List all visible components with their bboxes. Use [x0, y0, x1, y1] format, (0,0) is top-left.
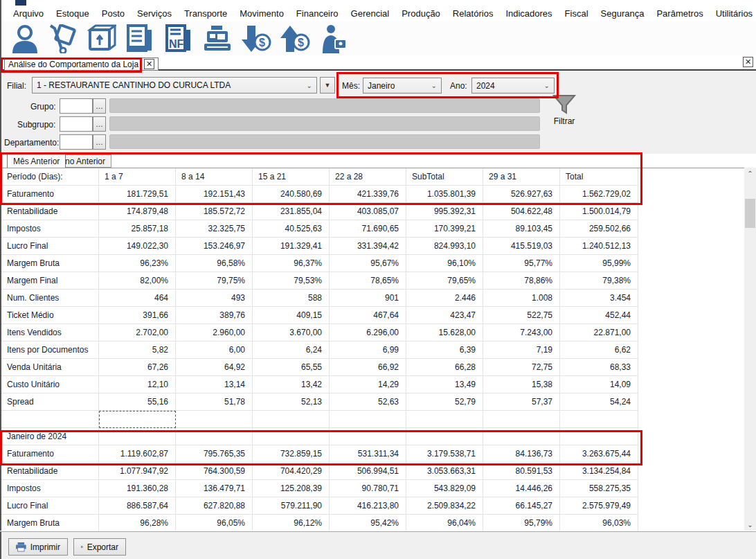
- grid-cell[interactable]: 421.339,76: [330, 186, 406, 203]
- menu-item-indicadores[interactable]: Indicadores: [499, 6, 558, 21]
- grid-cell[interactable]: 90.780,71: [330, 480, 406, 497]
- departamento-browse-button[interactable]: …: [93, 134, 106, 150]
- grid-cell[interactable]: 14,29: [330, 376, 406, 393]
- grid-cell[interactable]: 1.500.014,79: [560, 203, 638, 220]
- grid-cell[interactable]: [483, 411, 560, 428]
- grid-cell[interactable]: 240.580,69: [253, 186, 330, 203]
- grid-cell[interactable]: 96,04%: [406, 515, 483, 531]
- grid-cell[interactable]: 2.509.834,22: [406, 497, 483, 515]
- grid-cell[interactable]: 588: [253, 290, 330, 307]
- grid-cell[interactable]: 40.525,63: [253, 220, 330, 238]
- grid-cell[interactable]: 52,79: [406, 393, 483, 411]
- grid-cell[interactable]: 95,42%: [330, 515, 406, 531]
- grid-cell[interactable]: 704.420,29: [253, 463, 330, 480]
- vertical-scrollbar[interactable]: ⌃ ⌄: [744, 168, 756, 531]
- grid-cell[interactable]: 3.454: [560, 290, 638, 307]
- grid-cell[interactable]: 5,82: [99, 341, 176, 359]
- grid-cell[interactable]: 51,78: [176, 393, 253, 411]
- grid-cell[interactable]: 389,76: [176, 307, 253, 324]
- grid-row-label[interactable]: Num. Clientes: [1, 290, 99, 307]
- scrollbar-thumb[interactable]: [745, 199, 755, 228]
- subgrupo-browse-button[interactable]: …: [93, 116, 106, 132]
- grid-cell[interactable]: [330, 428, 406, 445]
- ano-combobox[interactable]: 2024⌄: [471, 78, 555, 94]
- grid-cell[interactable]: 464: [99, 290, 176, 307]
- grid-cell[interactable]: 493: [176, 290, 253, 307]
- grid-cell[interactable]: 526.927,63: [483, 186, 560, 203]
- grid-cell[interactable]: 66,92: [330, 359, 406, 376]
- grid-cell[interactable]: 416.213,80: [330, 497, 406, 515]
- grid-cell[interactable]: 78,86%: [483, 272, 560, 290]
- grid-row-label[interactable]: Faturamento: [1, 186, 99, 203]
- grid-cell[interactable]: 52,63: [330, 393, 406, 411]
- grid-cell[interactable]: 6,00: [176, 341, 253, 359]
- grid-cell[interactable]: 6,99: [330, 341, 406, 359]
- grid-cell[interactable]: 64,92: [176, 359, 253, 376]
- grid-cell[interactable]: 57,37: [483, 393, 560, 411]
- grupo-browse-button[interactable]: …: [93, 98, 106, 114]
- cash-register-icon[interactable]: [201, 24, 234, 54]
- grid-cell[interactable]: 6,39: [406, 341, 483, 359]
- grid-cell[interactable]: 153.246,97: [176, 238, 253, 255]
- grid-cell[interactable]: 3.134.254,84: [560, 463, 638, 480]
- grid-cell[interactable]: 13,42: [253, 376, 330, 393]
- grid-cell[interactable]: 22.871,00: [560, 324, 638, 341]
- grid-cell[interactable]: 3.670,00: [253, 324, 330, 341]
- menu-item-transporte[interactable]: Transporte: [178, 6, 233, 21]
- menu-item-producao[interactable]: Produção: [395, 6, 447, 21]
- menu-item-movimento[interactable]: Movimento: [233, 6, 290, 21]
- departamento-input[interactable]: [60, 134, 93, 150]
- grid-cell[interactable]: 185.572,72: [176, 203, 253, 220]
- grid-cell[interactable]: 96,28%: [99, 515, 176, 531]
- grid-cell[interactable]: 2.575.979,49: [560, 497, 638, 515]
- grid-cell[interactable]: 331.394,42: [330, 238, 406, 255]
- mes-combobox[interactable]: Janeiro⌄: [363, 78, 442, 94]
- menu-item-relatorios[interactable]: Relatórios: [447, 6, 500, 21]
- grid-row-label[interactable]: Venda Unitária: [1, 359, 99, 376]
- grid-cell[interactable]: 995.392,31: [406, 203, 483, 220]
- grid-cell[interactable]: 6,62: [560, 341, 638, 359]
- grid-cell[interactable]: 96,23%: [99, 255, 176, 272]
- menu-item-fiscal[interactable]: Fiscal: [559, 6, 595, 21]
- grid-cell[interactable]: 415.519,03: [483, 238, 560, 255]
- menu-item-parametros[interactable]: Parâmetros: [650, 6, 709, 21]
- grid-cell[interactable]: 1.562.729,02: [560, 186, 638, 203]
- grid-cell[interactable]: [253, 411, 330, 428]
- grid-cell[interactable]: 504.622,48: [483, 203, 560, 220]
- grid-cell[interactable]: 96,12%: [253, 515, 330, 531]
- grid-cell[interactable]: 54,24: [560, 393, 638, 411]
- grid-cell[interactable]: 79,75%: [176, 272, 253, 290]
- menu-item-servicos[interactable]: Serviços: [131, 6, 178, 21]
- grid-cell[interactable]: 391,66: [99, 307, 176, 324]
- grid-cell[interactable]: 1.077.947,92: [99, 463, 176, 480]
- grid-cell[interactable]: 82,00%: [99, 272, 176, 290]
- grid-cell[interactable]: 14,09: [560, 376, 638, 393]
- grid-cell[interactable]: 6,24: [253, 341, 330, 359]
- grid-cell[interactable]: 467,64: [330, 307, 406, 324]
- grid-cell[interactable]: 96,03%: [560, 515, 638, 531]
- grid-cell[interactable]: 2.446: [406, 290, 483, 307]
- tab-close-icon[interactable]: ✕: [144, 59, 154, 69]
- grid-cell[interactable]: 2.960,00: [176, 324, 253, 341]
- grid-cell[interactable]: 68,33: [560, 359, 638, 376]
- grid-row-label[interactable]: Lucro Final: [1, 497, 99, 515]
- grid-cell[interactable]: 78,65%: [330, 272, 406, 290]
- grid-cell[interactable]: 174.879,48: [99, 203, 176, 220]
- grid-cell[interactable]: 1.119.602,87: [99, 445, 176, 463]
- grid-cell[interactable]: 403.085,07: [330, 203, 406, 220]
- scroll-down-icon[interactable]: ⌄: [744, 519, 756, 531]
- invoice-icon[interactable]: [123, 24, 156, 54]
- grid-cell[interactable]: 579.211,90: [253, 497, 330, 515]
- grid-cell[interactable]: 191.360,28: [99, 480, 176, 497]
- grid-cell[interactable]: 96,05%: [176, 515, 253, 531]
- menu-item-arquivo[interactable]: Arquivo: [7, 6, 50, 21]
- grid-cell[interactable]: 89.103,45: [483, 220, 560, 238]
- filial-combobox[interactable]: 1 - RESTAURANTE CANTINHO DO CURUCA LTDA⌄: [32, 77, 317, 94]
- grid-cell[interactable]: 1.035.801,39: [406, 186, 483, 203]
- grid-cell[interactable]: 52,13: [253, 393, 330, 411]
- grid-cell[interactable]: 15,38: [483, 376, 560, 393]
- grid-cell[interactable]: 452,44: [560, 307, 638, 324]
- grid-row-label[interactable]: Rentabilidade: [1, 203, 99, 220]
- filtrar-button[interactable]: Filtrar: [549, 94, 579, 130]
- grid-cell[interactable]: 409,15: [253, 307, 330, 324]
